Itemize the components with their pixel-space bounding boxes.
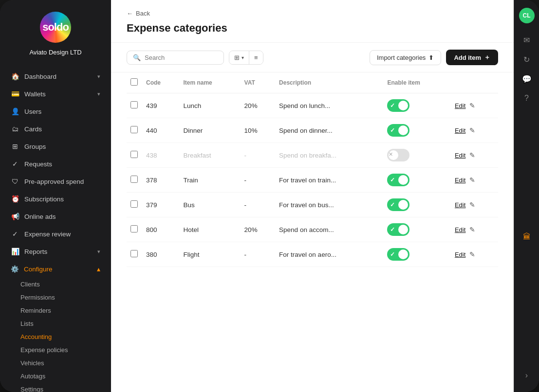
bank-icon-button[interactable]: 🏛 [518, 228, 536, 246]
table-header-enable-item: Enable item [383, 72, 450, 93]
edit-link[interactable]: Edit [455, 201, 465, 209]
sidebar-item-online-ads[interactable]: 📢 Online ads [3, 208, 108, 225]
sidebar-item-reports[interactable]: 📊 Reports ▾ [3, 243, 108, 260]
row-checkbox-cell [127, 118, 142, 143]
row-toggle-cell: ✓ [383, 242, 450, 267]
sidebar-item-requests[interactable]: ✓ Requests [3, 156, 108, 172]
sidebar-item-configure[interactable]: ⚙️ Configure ▴ [3, 261, 108, 277]
sidebar-sub-reminders[interactable]: Reminders [20, 304, 111, 317]
row-edit-cell: Edit ✎ [451, 143, 498, 168]
row-toggle-cell: ✓ [383, 193, 450, 217]
row-checkbox-cell [127, 143, 142, 168]
row-code: 439 [142, 93, 179, 118]
sidebar-item-groups[interactable]: ⊞ Groups [3, 138, 108, 155]
row-checkbox[interactable] [130, 250, 138, 257]
sidebar-item-pre-approved[interactable]: 🛡 Pre-approved spend [3, 173, 108, 190]
enable-toggle[interactable]: ✕ [387, 149, 409, 161]
edit-link[interactable]: Edit [455, 226, 465, 233]
sidebar-label-wallets: Wallets [24, 90, 46, 98]
row-description: Spend on breakfa... [275, 143, 383, 168]
help-icon-button[interactable]: ? [518, 89, 536, 107]
sidebar-sub-autotags[interactable]: Autotags [20, 370, 111, 383]
edit-pencil-icon[interactable]: ✎ [469, 250, 475, 258]
table-row: 438 Breakfast - Spend on breakfa... ✕ Ed… [127, 143, 498, 168]
sidebar-item-cards[interactable]: 🗂 Cards [3, 121, 108, 137]
edit-link[interactable]: Edit [455, 177, 465, 184]
toolbar: 🔍 ⊞ ▾ ≡ Import categories ⬆ Add item ＋ [111, 43, 514, 72]
enable-toggle[interactable]: ✓ [387, 174, 409, 186]
sidebar-item-users[interactable]: 👤 Users [3, 103, 108, 120]
row-code: 438 [142, 143, 179, 168]
search-input[interactable] [145, 54, 218, 61]
edit-link[interactable]: Edit [455, 102, 465, 109]
row-description: For travel on train... [275, 168, 383, 193]
groups-icon: ⊞ [11, 143, 19, 150]
edit-link[interactable]: Edit [455, 127, 465, 134]
select-all-checkbox[interactable] [130, 78, 138, 86]
row-checkbox-cell [127, 168, 142, 193]
sidebar-label-configure: Configure [24, 266, 53, 273]
sidebar-item-wallets[interactable]: 💳 Wallets ▾ [3, 86, 108, 102]
mail-icon-button[interactable]: ✉ [518, 31, 536, 49]
sidebar-item-dashboard[interactable]: 🏠 Dashboard ▾ [3, 68, 108, 85]
row-checkbox[interactable] [130, 126, 138, 133]
row-checkbox[interactable] [130, 101, 138, 108]
sidebar-sub-expense-policies[interactable]: Expense policies [20, 343, 111, 356]
row-toggle-cell: ✕ [383, 143, 450, 168]
search-box[interactable]: 🔍 [127, 51, 224, 65]
row-code: 800 [142, 217, 179, 242]
check-icon: ✓ [390, 201, 395, 208]
avatar[interactable]: CL [519, 8, 535, 23]
page-header: ← Back Expense categories [111, 0, 514, 43]
grid-view-button[interactable]: ⊞ ▾ [229, 51, 249, 64]
check-icon: ✓ [390, 102, 395, 109]
view-toggle: ⊞ ▾ ≡ [229, 51, 263, 65]
row-checkbox[interactable] [130, 225, 138, 232]
sidebar-sub-clients[interactable]: Clients [20, 278, 111, 291]
edit-pencil-icon[interactable]: ✎ [469, 151, 475, 159]
enable-toggle[interactable]: ✓ [387, 99, 409, 112]
import-categories-button[interactable]: Import categories ⬆ [370, 50, 441, 65]
row-item-name: Lunch [179, 93, 240, 118]
sidebar-sub-settings[interactable]: Settings [20, 383, 111, 392]
enable-toggle[interactable]: ✓ [387, 198, 409, 211]
sidebar-sub-lists[interactable]: Lists [20, 317, 111, 330]
edit-pencil-icon[interactable]: ✎ [469, 126, 475, 134]
chat-icon-button[interactable]: 💬 [518, 70, 536, 88]
sidebar: soldo Aviato Design LTD 🏠 Dashboard ▾ 💳 … [0, 0, 111, 392]
add-item-button[interactable]: Add item ＋ [446, 50, 498, 65]
table-row: 379 Bus - For travel on bus... ✓ Edit ✎ [127, 193, 498, 217]
row-description: Spend on dinner... [275, 118, 383, 143]
plus-icon: ＋ [484, 53, 490, 62]
edit-pencil-icon[interactable]: ✎ [469, 226, 475, 233]
row-checkbox[interactable] [130, 151, 138, 158]
edit-pencil-icon[interactable]: ✎ [469, 176, 475, 184]
sidebar-item-subscriptions[interactable]: ⏰ Subscriptions [3, 191, 108, 207]
refresh-icon-button[interactable]: ↻ [518, 51, 536, 68]
edit-link[interactable]: Edit [455, 251, 465, 258]
enable-toggle[interactable]: ✓ [387, 223, 409, 236]
row-code: 379 [142, 193, 179, 217]
row-vat: - [241, 143, 275, 168]
sidebar-sub-accounting[interactable]: Accounting [20, 330, 111, 343]
sidebar-label-cards: Cards [24, 125, 42, 133]
enable-toggle[interactable]: ✓ [387, 124, 409, 137]
edit-link[interactable]: Edit [455, 152, 465, 159]
enable-toggle[interactable]: ✓ [387, 248, 409, 261]
edit-pencil-icon[interactable]: ✎ [469, 201, 475, 209]
row-code: 380 [142, 242, 179, 267]
back-button[interactable]: ← Back [127, 10, 498, 17]
row-item-name: Hotel [179, 217, 240, 242]
list-view-button[interactable]: ≡ [249, 51, 263, 64]
upload-icon: ⬆ [428, 54, 434, 61]
row-checkbox[interactable] [130, 200, 138, 208]
sidebar-item-expense-review[interactable]: ✓ Expense review [3, 226, 108, 242]
sidebar-label-reports: Reports [24, 248, 47, 255]
sidebar-sub-vehicles[interactable]: Vehicles [20, 356, 111, 370]
row-edit-cell: Edit ✎ [451, 118, 498, 143]
row-checkbox[interactable] [130, 176, 138, 183]
table-header-code: Code [142, 72, 179, 93]
edit-pencil-icon[interactable]: ✎ [469, 102, 475, 109]
expand-icon-button[interactable]: › [518, 367, 536, 384]
sidebar-sub-permissions[interactable]: Permissions [20, 291, 111, 304]
